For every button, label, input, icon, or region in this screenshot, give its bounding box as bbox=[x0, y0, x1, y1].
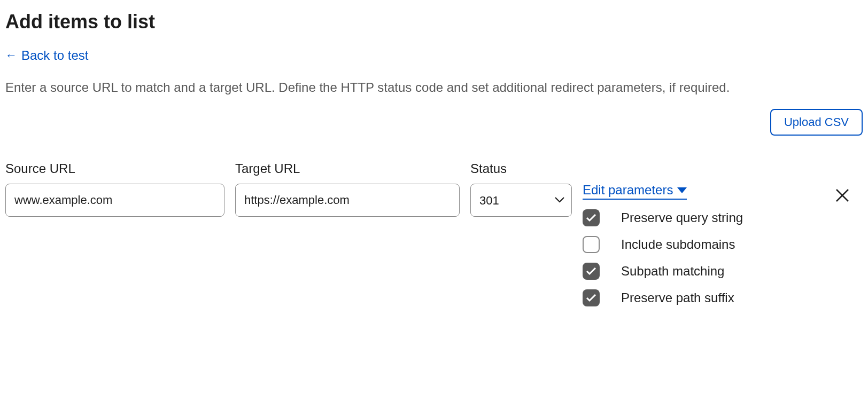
source-url-label: Source URL bbox=[5, 161, 224, 176]
checkbox-include-subdomains[interactable] bbox=[583, 236, 600, 253]
page-title: Add items to list bbox=[5, 11, 863, 33]
target-url-field: Target URL bbox=[235, 161, 460, 217]
caret-down-icon bbox=[677, 187, 687, 193]
checkbox-label: Preserve path suffix bbox=[621, 290, 734, 305]
param-preserve-query-string: Preserve query string bbox=[583, 209, 743, 226]
arrow-left-icon: ← bbox=[5, 50, 17, 61]
description-text: Enter a source URL to match and a target… bbox=[5, 78, 807, 97]
parameters-column: Edit parameters Preserve query string In… bbox=[583, 161, 743, 316]
checkbox-label: Subpath matching bbox=[621, 264, 724, 279]
param-subpath-matching: Subpath matching bbox=[583, 263, 743, 280]
checkbox-label: Include subdomains bbox=[621, 237, 735, 252]
checkbox-label: Preserve query string bbox=[621, 210, 743, 225]
edit-parameters-toggle[interactable]: Edit parameters bbox=[583, 183, 687, 200]
param-include-subdomains: Include subdomains bbox=[583, 236, 743, 253]
upload-csv-button[interactable]: Upload CSV bbox=[770, 109, 863, 136]
target-url-label: Target URL bbox=[235, 161, 460, 176]
checkbox-subpath-matching[interactable] bbox=[583, 263, 600, 280]
edit-parameters-label: Edit parameters bbox=[583, 183, 673, 198]
back-link[interactable]: ← Back to test bbox=[5, 48, 88, 63]
close-button[interactable] bbox=[833, 186, 852, 207]
status-label: Status bbox=[470, 161, 572, 176]
status-field: Status 301 bbox=[470, 161, 572, 217]
param-preserve-path-suffix: Preserve path suffix bbox=[583, 289, 743, 306]
status-select[interactable]: 301 bbox=[470, 184, 572, 217]
source-url-field: Source URL bbox=[5, 161, 224, 217]
back-link-label: Back to test bbox=[21, 48, 88, 63]
close-icon bbox=[835, 188, 850, 203]
checkbox-preserve-path-suffix[interactable] bbox=[583, 289, 600, 306]
checkbox-preserve-query-string[interactable] bbox=[583, 209, 600, 226]
target-url-input[interactable] bbox=[235, 184, 460, 217]
source-url-input[interactable] bbox=[5, 184, 224, 217]
